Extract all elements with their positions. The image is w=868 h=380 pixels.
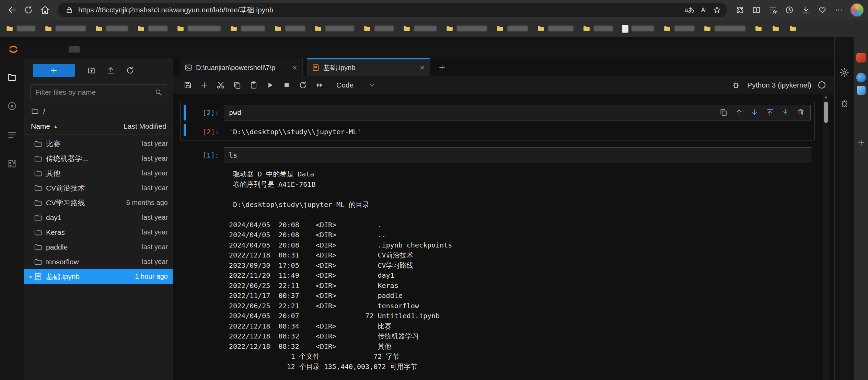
menu-item[interactable] (58, 46, 69, 53)
root-folder-icon[interactable] (31, 107, 39, 115)
close-tab-icon[interactable] (290, 63, 300, 72)
file-row[interactable]: ● 比赛 last year (24, 136, 173, 151)
tab-notebook[interactable]: 基础.ipynb (307, 58, 430, 76)
debugger-bug-icon[interactable] (731, 81, 740, 90)
file-row[interactable]: ● 其他 last year (24, 166, 173, 181)
copy-cell-icon[interactable] (233, 81, 242, 90)
filter-input[interactable] (35, 88, 154, 96)
extensions-icon[interactable] (732, 2, 748, 18)
run-cell-icon[interactable] (266, 81, 275, 90)
refresh-files-icon[interactable] (126, 66, 135, 75)
delete-cell-icon[interactable] (795, 107, 806, 118)
insert-cell-below-icon[interactable] (780, 107, 791, 118)
back-button[interactable] (4, 2, 20, 18)
bookmark-item[interactable] (363, 24, 394, 33)
tab-terminal[interactable]: D:\ruanjian\powershell\7\p (180, 58, 303, 76)
bookmark-item[interactable] (772, 24, 780, 33)
bookmark-item[interactable] (622, 25, 654, 33)
bookmark-item[interactable] (44, 24, 86, 33)
refresh-button[interactable] (21, 2, 36, 18)
bookmark-item[interactable] (230, 24, 265, 33)
bookmark-item[interactable] (703, 24, 745, 33)
menu-item[interactable] (102, 46, 113, 53)
new-tab-icon[interactable] (435, 58, 450, 76)
bookmark-item[interactable] (176, 24, 221, 33)
code-editor[interactable]: pwd (224, 105, 811, 120)
bookmark-item[interactable] (496, 24, 528, 33)
restart-run-all-icon[interactable] (315, 81, 324, 90)
insert-cell-icon[interactable] (200, 81, 209, 90)
profile-avatar[interactable] (850, 3, 864, 17)
duplicate-cell-icon[interactable] (718, 107, 729, 118)
paste-cell-icon[interactable] (249, 81, 258, 90)
file-row[interactable]: ● day1 last year (24, 210, 173, 225)
column-name[interactable]: Name (31, 122, 50, 130)
file-browser-tab-icon[interactable] (7, 72, 17, 82)
bookmark-item[interactable] (403, 24, 437, 33)
running-sessions-icon[interactable] (7, 101, 17, 111)
property-inspector-icon[interactable] (839, 67, 849, 78)
split-screen-icon[interactable] (749, 2, 764, 18)
stop-kernel-icon[interactable] (282, 81, 291, 90)
bookmark-item[interactable] (582, 24, 613, 33)
debugger-icon[interactable] (839, 98, 849, 108)
menu-item[interactable] (69, 46, 80, 53)
restart-kernel-icon[interactable] (299, 81, 308, 90)
sidebar-app-icon-3[interactable] (857, 86, 866, 95)
code-editor[interactable]: ls (224, 147, 811, 163)
bookmark-item[interactable] (274, 24, 305, 33)
table-of-contents-icon[interactable] (7, 130, 17, 140)
save-icon[interactable] (183, 81, 192, 90)
output-collapser[interactable] (184, 166, 186, 372)
input-collapser[interactable] (184, 147, 186, 163)
bookmark-item[interactable] (445, 24, 487, 33)
menu-item[interactable] (36, 46, 47, 53)
translate-icon[interactable]: aあ (683, 3, 696, 17)
cell-type-dropdown[interactable]: Code (336, 81, 375, 89)
url-input[interactable] (76, 6, 683, 14)
sidebar-app-icon-1[interactable] (856, 53, 866, 62)
scroll-up-arrow[interactable]: ▲ (823, 95, 829, 99)
bookmark-item[interactable] (663, 24, 694, 33)
sidebar-add-icon[interactable] (857, 139, 865, 147)
upload-icon[interactable] (106, 66, 115, 75)
bookmark-item[interactable] (754, 24, 763, 33)
settings-menu-icon[interactable] (831, 2, 847, 18)
menu-item[interactable] (91, 46, 102, 53)
output-collapser[interactable] (184, 124, 186, 136)
new-launcher-button[interactable] (33, 64, 75, 77)
favorite-star-icon[interactable] (710, 3, 724, 17)
column-last-modified[interactable]: Last Modified (124, 122, 166, 130)
cut-cell-icon[interactable] (216, 81, 225, 90)
kernel-status-icon[interactable] (818, 81, 825, 89)
menu-item[interactable] (47, 46, 58, 53)
extensions-manager-icon[interactable] (7, 159, 17, 169)
bookmark-item[interactable] (789, 24, 797, 33)
read-aloud-icon[interactable] (696, 3, 710, 17)
file-row[interactable]: ● Keras last year (24, 225, 173, 240)
downloads-icon[interactable] (798, 2, 814, 18)
notebook-scrollbar[interactable]: ▲ (823, 94, 829, 380)
file-row[interactable]: ● tensorflow last year (24, 254, 173, 269)
new-folder-icon[interactable] (87, 66, 96, 75)
sidebar-app-icon-2[interactable] (856, 73, 866, 82)
close-tab-icon[interactable] (417, 63, 427, 72)
kernel-name[interactable]: Python 3 (ipykernel) (747, 81, 811, 89)
history-icon[interactable] (782, 2, 797, 18)
browser-essentials-icon[interactable] (814, 2, 830, 18)
site-info-icon[interactable] (62, 3, 76, 17)
breadcrumb-root[interactable]: / (43, 107, 45, 115)
move-cell-up-icon[interactable] (733, 107, 744, 118)
file-row[interactable]: ● 基础.ipynb 1 hour ago (24, 269, 173, 284)
menu-item[interactable] (25, 46, 36, 53)
code-cell-1[interactable]: [2]: pwd (181, 101, 814, 140)
file-row[interactable]: ● CV学习路线 6 months ago (24, 195, 173, 210)
file-row[interactable]: ● 传统机器学... last year (24, 151, 173, 166)
address-bar[interactable]: aあ (58, 3, 727, 17)
bookmark-item[interactable] (314, 24, 354, 33)
scroll-thumb[interactable] (824, 102, 828, 123)
home-button[interactable] (37, 2, 53, 18)
code-cell-2[interactable]: [1]: ls 驱动器 D 中的卷是 Data 卷的序列号是 A41E-761B… (181, 147, 815, 372)
file-row[interactable]: ● CV前沿技术 last year (24, 181, 173, 195)
move-cell-down-icon[interactable] (749, 107, 760, 118)
